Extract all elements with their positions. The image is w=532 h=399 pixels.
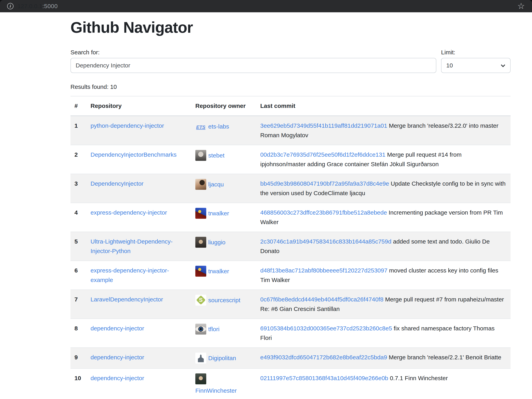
table-row: 8 dependency-injector tflori 69105384b61… bbox=[70, 319, 511, 348]
col-header-owner: Repository owner bbox=[191, 96, 256, 116]
page-content: Github Navigator Search for: Limit: 10 R… bbox=[0, 12, 532, 399]
table-row: 4 express-dependency-injector trwalker 4… bbox=[70, 203, 511, 232]
owner-avatar bbox=[195, 150, 206, 161]
owner-link[interactable]: trwalker bbox=[208, 268, 229, 274]
owner-avatar bbox=[195, 324, 206, 335]
row-index: 6 bbox=[70, 261, 87, 290]
commit-message: Merge branch 'release/2.2.1' Benoit Bria… bbox=[389, 354, 501, 361]
col-header-last-commit: Last commit bbox=[256, 96, 511, 116]
table-row: 10 dependency-injector FinnWinchester 02… bbox=[70, 368, 511, 399]
row-index: 1 bbox=[70, 116, 87, 145]
search-field-group: Search for: bbox=[70, 48, 436, 73]
limit-label: Limit: bbox=[441, 48, 511, 57]
commit-sha-link[interactable]: 2c30746c1a91b4947583416c833b1644a85c759d bbox=[260, 238, 392, 245]
repo-link[interactable]: dependency-injector bbox=[90, 325, 144, 331]
row-index: 7 bbox=[70, 290, 87, 319]
row-index: 8 bbox=[70, 319, 87, 348]
owner-link[interactable]: ets-labs bbox=[208, 123, 229, 129]
owner-link[interactable]: Digipolitan bbox=[208, 355, 236, 361]
owner-link[interactable]: ljacqu bbox=[208, 181, 224, 187]
owner-avatar bbox=[195, 374, 206, 384]
col-header-index: # bbox=[70, 96, 87, 116]
owner-link[interactable]: trwalker bbox=[208, 210, 229, 216]
repo-link[interactable]: LaravelDependencyInjector bbox=[90, 296, 163, 303]
row-index: 2 bbox=[70, 145, 87, 174]
row-index: 10 bbox=[70, 368, 87, 399]
url-port: :5000 bbox=[42, 3, 58, 10]
commit-sha-link[interactable]: e493f9032dfcd65047172b682e8b6eaf22c5bda9 bbox=[260, 354, 387, 361]
owner-avatar bbox=[195, 179, 206, 190]
page-title: Github Navigator bbox=[70, 18, 511, 37]
browser-toolbar: 127.0.0.1:5000 bbox=[0, 0, 532, 12]
chevron-down-icon bbox=[501, 63, 505, 67]
limit-selected-value: 10 bbox=[446, 62, 453, 69]
repo-link[interactable]: Ultra-Lightweight-Dependency-Injector-Py… bbox=[90, 238, 173, 254]
limit-select[interactable]: 10 bbox=[441, 58, 511, 73]
commit-sha-link[interactable]: d48f13be8ac712abf80bbeeee5f120227d253097 bbox=[260, 267, 387, 274]
table-header-row: # Repository Repository owner Last commi… bbox=[70, 96, 511, 116]
commit-sha-link[interactable]: 468856003c273dffce23b86791fbbe512a8ebede bbox=[260, 209, 387, 216]
owner-link[interactable]: FinnWinchester bbox=[195, 387, 237, 394]
repo-link[interactable]: express-dependency-injector bbox=[90, 209, 167, 216]
row-index: 5 bbox=[70, 232, 87, 261]
repositories-table: # Repository Repository owner Last commi… bbox=[70, 96, 511, 399]
row-index: 4 bbox=[70, 203, 87, 232]
table-row: 5 Ultra-Lightweight-Dependency-Injector-… bbox=[70, 232, 511, 261]
owner-avatar bbox=[195, 208, 206, 219]
repo-link[interactable]: dependency-injector bbox=[90, 375, 144, 381]
repo-link[interactable]: dependency-injector bbox=[90, 354, 144, 361]
commit-sha-link[interactable]: 0c67f6be8eddcd4449eb4044f5df0ca26f4740f8 bbox=[260, 296, 384, 303]
owner-avatar bbox=[195, 121, 206, 132]
owner-avatar bbox=[195, 237, 206, 248]
commit-message: 0.7.1 Finn Winchester bbox=[390, 375, 448, 381]
owner-link[interactable]: tflori bbox=[208, 326, 220, 332]
repo-link[interactable]: python-dependency-injector bbox=[90, 122, 164, 129]
table-row: 2 DependencyInjectorBenchmarks stebet 00… bbox=[70, 145, 511, 174]
table-row: 9 dependency-injector Digipolitan e493f9… bbox=[70, 348, 511, 368]
repo-link[interactable]: DependencyInjector bbox=[90, 180, 144, 187]
results-summary: Results found: 10 bbox=[70, 82, 511, 91]
commit-sha-link[interactable]: 3ee629eb5d7349d55f41b119aff81dd219071a01 bbox=[260, 122, 387, 129]
limit-field-group: Limit: 10 bbox=[441, 48, 511, 73]
search-form: Search for: Limit: 10 bbox=[70, 48, 511, 73]
info-circle-icon[interactable] bbox=[7, 3, 13, 9]
bookmark-star-icon[interactable] bbox=[517, 2, 525, 10]
commit-sha-link[interactable]: bb45d9e3b98608047190bf72a95fa9a37d8c4e9e bbox=[260, 180, 389, 187]
repo-link[interactable]: DependencyInjectorBenchmarks bbox=[90, 151, 177, 158]
owner-avatar bbox=[195, 295, 206, 306]
table-row: 1 python-dependency-injector ets-labs 3e… bbox=[70, 116, 511, 145]
url-host: 127.0.0.1 bbox=[18, 3, 42, 10]
owner-link[interactable]: stebet bbox=[208, 152, 224, 159]
row-index: 9 bbox=[70, 348, 87, 368]
commit-sha-link[interactable]: 00d2b3c7e76935d76f25ee50f6d1f2ef6ddce131 bbox=[260, 151, 386, 158]
table-row: 7 LaravelDependencyInjector sourcescript… bbox=[70, 290, 511, 319]
commit-sha-link[interactable]: 69105384b61032d000365ee737cd2523b260c8e5 bbox=[260, 325, 392, 331]
commit-sha-link[interactable]: 02111997e57c85801368f43a10d45f409e266e0b bbox=[260, 375, 388, 381]
table-row: 6 express-dependency-injector-example tr… bbox=[70, 261, 511, 290]
table-row: 3 DependencyInjector ljacqu bb45d9e3b986… bbox=[70, 174, 511, 203]
row-index: 3 bbox=[70, 174, 87, 203]
owner-avatar bbox=[195, 266, 206, 277]
address-bar[interactable]: 127.0.0.1:5000 bbox=[0, 0, 532, 12]
col-header-repository: Repository bbox=[87, 96, 191, 116]
search-label: Search for: bbox=[70, 48, 436, 57]
owner-avatar bbox=[195, 353, 206, 363]
search-input[interactable] bbox=[70, 58, 436, 73]
repo-link[interactable]: express-dependency-injector-example bbox=[90, 267, 169, 283]
owner-link[interactable]: liuggio bbox=[208, 239, 226, 245]
owner-link[interactable]: sourcescript bbox=[208, 297, 241, 303]
